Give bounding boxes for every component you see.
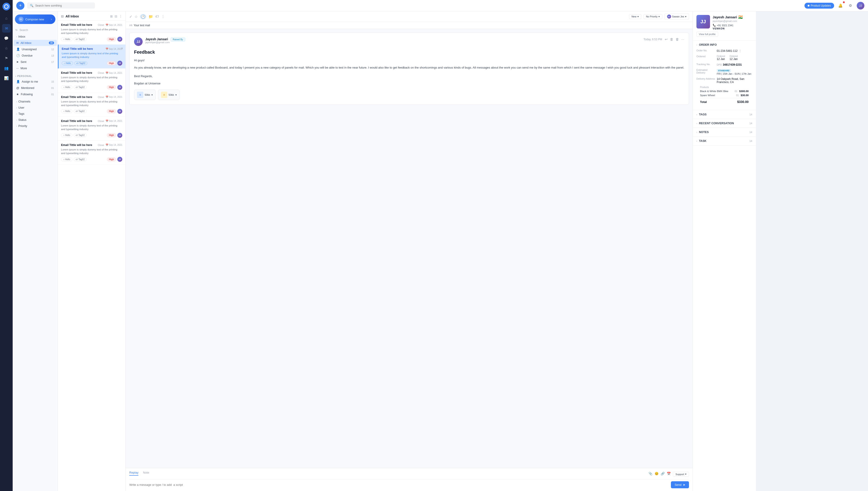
check-icon[interactable]: ✓: [129, 15, 132, 19]
priority-dropdown[interactable]: No Priority ▾: [644, 14, 662, 19]
sidebar-item-status[interactable]: › Status: [13, 117, 57, 123]
email-card-3-close[interactable]: Close: [98, 71, 104, 74]
app-logo[interactable]: [2, 3, 10, 10]
reply-input[interactable]: [129, 483, 671, 487]
calendar-icon[interactable]: 📅: [667, 472, 671, 476]
link-icon[interactable]: 🔗: [661, 472, 664, 476]
view-profile-button[interactable]: View full profile: [696, 32, 718, 37]
email-card-3[interactable]: Email Tittle will be here Close 📅 Sep 14…: [58, 68, 125, 92]
attachment-2-chevron[interactable]: ▾: [176, 93, 177, 96]
nav-flag-icon[interactable]: ⚑: [2, 54, 11, 62]
email-card-4-close[interactable]: Close: [98, 96, 104, 98]
more-options-icon[interactable]: ⋮: [119, 15, 122, 18]
notification-button[interactable]: 🔔: [837, 2, 844, 9]
content-wrapper: ✏ Compose new › ↻ Search › Inbox ✉ All I…: [13, 0, 756, 491]
sidebar-item-following[interactable]: ★ Following 01: [13, 91, 57, 97]
attach-icon[interactable]: 📎: [649, 472, 652, 476]
email-card-6[interactable]: Email Tittle will be here Close 📅 Sep 14…: [58, 141, 125, 165]
sidebar-item-inbox[interactable]: › Inbox: [13, 34, 57, 39]
nav-home-icon[interactable]: ⌂: [2, 14, 11, 23]
nav-chart-icon[interactable]: 📊: [2, 74, 11, 82]
attachment-1[interactable]: ≡ 50kb ▾: [134, 90, 156, 100]
compose-button[interactable]: ✏ Compose new ›: [15, 15, 55, 24]
support-button[interactable]: Support ▾: [673, 472, 689, 476]
email-card-1[interactable]: Email Tittle will be here Close 📅 Sep 14…: [58, 21, 125, 45]
product-updates-button[interactable]: Product Updates: [804, 3, 834, 8]
settings-button[interactable]: ⚙: [847, 2, 854, 9]
inbox-section: › Inbox ✉ All Inbox 15 👤 Unassigned 12 🕐…: [13, 33, 58, 72]
email-card-5-close[interactable]: Close: [98, 120, 104, 122]
email-card-2-close-x[interactable]: ✕: [121, 47, 123, 50]
email-card-2-tag-hello[interactable]: ○ Hello: [62, 61, 73, 65]
nav-users-icon[interactable]: 👥: [2, 64, 11, 73]
status-dropdown[interactable]: New ▾: [629, 14, 641, 19]
email-card-1-priority: High: [107, 37, 116, 41]
email-card-5-tag-hello[interactable]: ○ Hello: [61, 133, 72, 137]
email-card-6-close[interactable]: Close: [98, 144, 104, 146]
notes-header[interactable]: › NOTES 14: [693, 128, 756, 137]
filter-icon[interactable]: ⊞: [110, 15, 113, 18]
folder-icon[interactable]: 📁: [149, 15, 153, 19]
email-card-1-avatar: JJ: [117, 37, 122, 41]
email-card-3-tag-hello[interactable]: ○ Hello: [61, 85, 72, 89]
clock-icon[interactable]: 🕐: [140, 14, 146, 19]
email-card-1-tag-hello[interactable]: ○ Hello: [61, 37, 72, 41]
emoji-icon[interactable]: 😊: [655, 472, 658, 476]
sidebar-item-mentioned[interactable]: @ Mentioned 01: [13, 85, 57, 91]
note-tab[interactable]: Note: [143, 471, 149, 475]
sidebar-item-unassigned[interactable]: 👤 Unassigned 12: [13, 46, 57, 52]
assigned-user-dropdown[interactable]: SJ Sawan Jes ▾: [664, 13, 689, 20]
email-card-3-tag-tag02[interactable]: 🏷 Tag02: [74, 85, 87, 89]
email-card-4-tag-tag02[interactable]: 🏷 Tag02: [74, 109, 87, 113]
bookmark-icon[interactable]: ☆: [134, 15, 138, 19]
personal-chevron: ›: [16, 75, 16, 77]
email-card-4-tag-hello[interactable]: ○ Hello: [61, 109, 72, 113]
tags-panel-header[interactable]: › TAGS 14: [693, 110, 756, 119]
label-icon[interactable]: 🏷: [155, 15, 159, 19]
grid-icon[interactable]: ⊟: [115, 15, 117, 18]
sidebar-item-assign-to-me[interactable]: 👤 Assign to me 15: [13, 79, 57, 85]
sidebar-item-priority[interactable]: › Priority: [13, 123, 57, 129]
sidebar-item-user[interactable]: › User: [13, 105, 57, 111]
left-nav: ⌂ ✉ 💬 ☆ ⚑ 👥 📊: [0, 0, 13, 491]
order-info-header[interactable]: › ORDER INFO: [693, 40, 756, 49]
email-card-5[interactable]: Email Tittle will be here Close 📅 Sep 14…: [58, 117, 125, 141]
personal-group[interactable]: › Personal: [13, 73, 58, 78]
archive-icon[interactable]: 🗑: [670, 37, 673, 41]
email-card-4[interactable]: Email Tittle will be here Close 📅 Sep 14…: [58, 93, 125, 117]
email-card-6-tag-tag02[interactable]: 🏷 Tag02: [74, 157, 87, 161]
task-header[interactable]: › TASK 14: [693, 137, 756, 145]
nav-chat-icon[interactable]: 💬: [2, 34, 11, 42]
email-card-1-tag-tag02[interactable]: 🏷 Tag02: [74, 37, 87, 41]
sidebar-item-all-inbox[interactable]: ✉ All Inbox 15: [13, 40, 57, 46]
delivery-badge-row: STANDARD: [717, 68, 751, 72]
sidebar-item-sent[interactable]: ➤ Sent 17: [13, 59, 57, 65]
email-card-5-tag-tag02[interactable]: 🏷 Tag02: [74, 133, 87, 137]
sidebar-item-channels[interactable]: › Channels: [13, 99, 57, 105]
email-card-2[interactable]: ✕ Email Tittle will be here 📅 Sep 14, 20…: [58, 45, 125, 68]
order-options-icon[interactable]: ⋮: [739, 49, 742, 53]
reply-icon[interactable]: ↩: [665, 37, 668, 41]
add-button[interactable]: +: [16, 2, 24, 10]
email-card-2-tag-tag02[interactable]: 🏷 Tag02: [74, 61, 88, 65]
attachment-2[interactable]: ≡ 50kb ▾: [158, 90, 180, 100]
sidebar-item-more[interactable]: ··· More: [13, 65, 57, 71]
search-input[interactable]: [35, 4, 92, 7]
sidebar-item-overdue[interactable]: 🕐 Overdue 13: [13, 53, 57, 59]
sidebar-search[interactable]: ↻ Search: [13, 27, 58, 33]
email-card-1-close[interactable]: Close: [98, 24, 104, 26]
nav-star-icon[interactable]: ☆: [2, 44, 11, 53]
user-avatar[interactable]: JJ: [857, 2, 864, 9]
send-button[interactable]: Send ➤: [671, 481, 689, 488]
inbox-label: Inbox: [18, 35, 25, 38]
search-bar[interactable]: 🔍: [27, 2, 95, 8]
email-card-6-tag-hello[interactable]: ○ Hello: [61, 157, 72, 161]
attachment-1-chevron[interactable]: ▾: [151, 93, 153, 96]
reply-tab[interactable]: Replay: [129, 471, 138, 475]
nav-inbox-icon[interactable]: ✉: [2, 24, 11, 33]
more-actions-icon[interactable]: ⋮: [161, 15, 165, 19]
sidebar-item-tags[interactable]: › Tags: [13, 111, 57, 117]
recent-conv-header[interactable]: › RECENT CONVERSATION 14: [693, 119, 756, 127]
trash-icon[interactable]: 🗑: [676, 37, 679, 41]
more-msg-icon[interactable]: ···: [681, 37, 684, 41]
